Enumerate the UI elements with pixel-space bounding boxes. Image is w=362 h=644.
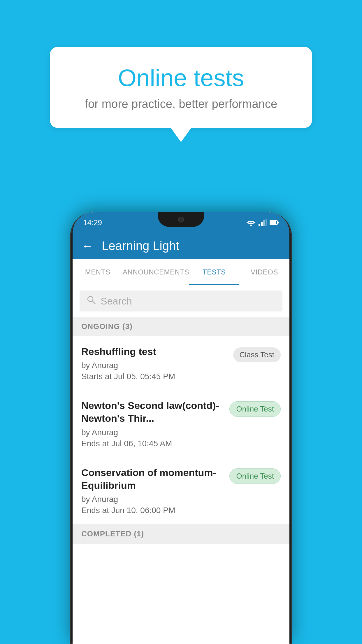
svg-rect-1: [259, 224, 260, 226]
test-item-content: Conservation of momentum-Equilibrium by …: [81, 466, 224, 515]
test-title: Reshuffling test: [81, 345, 227, 358]
tab-tests[interactable]: TESTS: [189, 259, 239, 285]
speech-bubble: Online tests for more practice, better p…: [50, 47, 312, 128]
svg-rect-6: [270, 221, 276, 224]
test-author: by Anurag: [81, 361, 227, 370]
screen-content: Search ONGOING (3) Reshuffling test: [73, 285, 289, 544]
status-icons: [246, 219, 279, 226]
test-author: by Anurag: [81, 495, 224, 504]
search-icon: [87, 295, 96, 307]
test-badge: Class Test: [233, 347, 281, 362]
tab-videos[interactable]: VIDEOS: [239, 259, 289, 285]
phone-mockup: 14:29: [70, 212, 292, 644]
test-item[interactable]: Newton's Second law(contd)-Newton's Thir…: [73, 390, 289, 457]
wifi-icon: [246, 219, 256, 226]
test-badge: Online Test: [229, 468, 281, 484]
test-item[interactable]: Reshuffling test by Anurag Starts at Jul…: [73, 336, 289, 390]
ongoing-label: ONGOING (3): [81, 322, 133, 331]
app-header: ← Learning Light: [73, 233, 289, 259]
phone-frame: 14:29: [70, 212, 292, 644]
search-bar[interactable]: Search: [80, 290, 282, 312]
search-container: Search: [73, 285, 289, 317]
speech-bubble-container: Online tests for more practice, better p…: [50, 47, 312, 128]
back-button[interactable]: ←: [81, 239, 93, 253]
test-badge: Online Test: [229, 401, 281, 417]
speech-bubble-subtitle: for more practice, better performance: [73, 97, 289, 111]
test-time: Starts at Jul 05, 05:45 PM: [81, 372, 227, 381]
battery-icon: [270, 220, 279, 225]
ongoing-section-header: ONGOING (3): [73, 317, 289, 336]
status-bar: 14:29: [73, 212, 289, 233]
test-time: Ends at Jul 06, 10:45 AM: [81, 439, 224, 448]
signal-icon: [259, 219, 267, 226]
completed-section-header: COMPLETED (1): [73, 524, 289, 544]
test-item[interactable]: Conservation of momentum-Equilibrium by …: [73, 457, 289, 524]
search-placeholder: Search: [101, 295, 132, 307]
speech-bubble-title: Online tests: [73, 64, 289, 92]
phone-screen-wrapper: 14:29: [73, 212, 289, 644]
phone-notch: [158, 212, 204, 227]
tests-list: Reshuffling test by Anurag Starts at Jul…: [73, 336, 289, 524]
tab-ments[interactable]: MENTS: [73, 259, 123, 285]
app-header-title: Learning Light: [102, 239, 179, 253]
svg-point-0: [250, 225, 252, 226]
svg-rect-3: [263, 220, 265, 226]
test-time: Ends at Jun 10, 06:00 PM: [81, 506, 224, 515]
status-time: 14:29: [83, 218, 102, 227]
tabs-bar: MENTS ANNOUNCEMENTS TESTS VIDEOS: [73, 259, 289, 285]
tab-announcements[interactable]: ANNOUNCEMENTS: [123, 259, 189, 285]
background: Online tests for more practice, better p…: [0, 0, 362, 644]
svg-line-9: [92, 301, 95, 304]
test-title: Newton's Second law(contd)-Newton's Thir…: [81, 399, 224, 425]
test-item-content: Reshuffling test by Anurag Starts at Jul…: [81, 345, 227, 381]
test-item-content: Newton's Second law(contd)-Newton's Thir…: [81, 399, 224, 448]
test-author: by Anurag: [81, 428, 224, 437]
test-title: Conservation of momentum-Equilibrium: [81, 466, 224, 492]
camera-dot: [178, 217, 184, 223]
completed-label: COMPLETED (1): [81, 529, 144, 538]
svg-rect-4: [266, 219, 267, 226]
svg-rect-2: [261, 222, 263, 226]
svg-rect-7: [278, 222, 279, 223]
